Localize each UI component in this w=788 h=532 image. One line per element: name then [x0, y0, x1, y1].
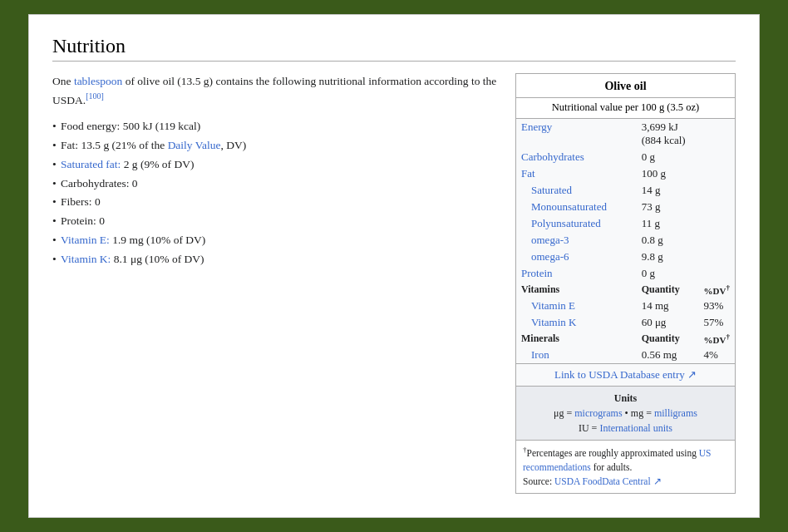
- table-row: Protein 0 g: [516, 265, 735, 282]
- infobox-table: Energy 3,699 kJ (884 kcal) Carbohydrates…: [516, 119, 735, 363]
- item-label: Fibers:: [61, 195, 92, 208]
- table-row: Vitamins Quantity %DV†: [516, 282, 735, 298]
- content-row: One tablespoon of olive oil (13.5 g) con…: [52, 73, 736, 495]
- us-recommendations-link[interactable]: US recommendations: [523, 448, 711, 472]
- item-value: 13.5 g (21% of the: [81, 139, 167, 151]
- list-item: Vitamin K: 8.1 μg (10% of DV): [52, 250, 499, 269]
- vitamin-k-link[interactable]: Vitamin K:: [61, 253, 111, 265]
- daily-value-link[interactable]: Daily Value: [168, 139, 221, 151]
- row-label: omega-6: [516, 249, 637, 265]
- nutrition-list: Food energy: 500 kJ (119 kcal) Fat: 13.5…: [52, 117, 499, 270]
- iu-link[interactable]: International units: [599, 422, 672, 434]
- micrograms-link[interactable]: micrograms: [574, 407, 622, 419]
- row-col3: %DV†: [699, 282, 735, 298]
- item-value: 1.9 mg (10% of DV): [112, 234, 205, 246]
- row-value: 14 g: [637, 182, 699, 199]
- row-label: Energy: [516, 119, 637, 149]
- left-column: One tablespoon of olive oil (13.5 g) con…: [52, 73, 499, 495]
- item-value: 2 g (9% of DV): [124, 158, 195, 170]
- row-dv: 57%: [699, 314, 735, 331]
- intro-ref: [100]: [86, 91, 104, 101]
- item-label: Food energy:: [61, 120, 120, 132]
- row-value: 14 mg: [637, 298, 699, 314]
- footnote-section: †Percentages are roughly approximated us…: [516, 440, 735, 494]
- intro-prefix: One: [52, 75, 71, 87]
- row-dv: 93%: [699, 298, 735, 314]
- list-item: Vitamin E: 1.9 mg (10% of DV): [52, 231, 499, 250]
- table-row: Polyunsaturated 11 g: [516, 215, 735, 232]
- table-row: Vitamin K 60 μg 57%: [516, 314, 735, 331]
- iu-text: IU = International units: [579, 422, 672, 434]
- units-text: μg = micrograms • mg = milligrams: [554, 407, 697, 419]
- row-value: 100 g: [637, 165, 699, 182]
- row-value: 60 μg: [637, 314, 699, 331]
- item-value: 500 kJ (119 kcal): [123, 120, 201, 132]
- item-value: 0: [132, 177, 138, 190]
- item-label: Protein:: [61, 214, 96, 227]
- row-label: Iron: [516, 347, 637, 363]
- item-value-cont: , DV): [221, 139, 247, 151]
- row-label: omega-3: [516, 232, 637, 249]
- wiki-card: Nutrition One tablespoon of olive oil (1…: [28, 14, 760, 519]
- tablespoon-link[interactable]: tablespoon: [74, 75, 123, 87]
- table-row: Monounsaturated 73 g: [516, 199, 735, 215]
- row-value: 0.8 g: [637, 232, 699, 249]
- list-item: Fibers: 0: [52, 193, 499, 212]
- table-row: Saturated 14 g: [516, 182, 735, 199]
- intro-paragraph: One tablespoon of olive oil (13.5 g) con…: [52, 73, 499, 109]
- saturated-fat-link[interactable]: Saturated fat:: [61, 158, 121, 170]
- footnote-text: Percentages are roughly approximated usi…: [523, 448, 711, 472]
- row-value: 11 g: [637, 215, 699, 232]
- list-item: Fat: 13.5 g (21% of the Daily Value, DV): [52, 136, 499, 155]
- infobox: Olive oil Nutritional value per 100 g (3…: [515, 73, 736, 495]
- row-label: Vitamin K: [516, 314, 637, 331]
- units-title: Units: [614, 392, 637, 404]
- row-label: Minerals: [516, 331, 637, 347]
- item-value: 8.1 μg (10% of DV): [114, 253, 204, 265]
- table-row: Minerals Quantity %DV†: [516, 331, 735, 347]
- row-col2: Quantity: [637, 331, 699, 347]
- row-value: 0.56 mg: [637, 347, 699, 363]
- infobox-title: Olive oil: [516, 74, 735, 98]
- item-label: Carbohydrates:: [61, 177, 129, 190]
- page-title: Nutrition: [52, 35, 736, 62]
- row-dv: 4%: [699, 347, 735, 363]
- row-label: Vitamin E: [516, 298, 637, 314]
- row-label: Saturated: [516, 182, 637, 199]
- table-row: omega-3 0.8 g: [516, 232, 735, 249]
- table-row: omega-6 9.8 g: [516, 249, 735, 265]
- list-item: Food energy: 500 kJ (119 kcal): [52, 117, 499, 136]
- infobox-subtitle: Nutritional value per 100 g (3.5 oz): [516, 98, 735, 119]
- row-value: 0 g: [637, 265, 699, 282]
- row-value: 73 g: [637, 199, 699, 215]
- item-value: 0: [95, 195, 101, 208]
- row-col2: Quantity: [637, 282, 699, 298]
- list-item: Carbohydrates: 0: [52, 175, 499, 194]
- row-label: Monounsaturated: [516, 199, 637, 215]
- source-text: Source: USDA FoodData Central ↗: [523, 476, 662, 486]
- item-value: 0: [99, 214, 105, 227]
- row-label: Vitamins: [516, 282, 637, 298]
- milligrams-link[interactable]: milligrams: [654, 407, 697, 419]
- row-value: 3,699 kJ (884 kcal): [637, 119, 699, 149]
- table-row: Carbohydrates 0 g: [516, 149, 735, 165]
- vitamin-e-link[interactable]: Vitamin E:: [61, 234, 110, 246]
- usda-link[interactable]: Link to USDA Database entry ↗: [554, 368, 697, 381]
- usda-fooddata-link[interactable]: USDA FoodData Central ↗: [554, 476, 662, 486]
- table-row: Iron 0.56 mg 4%: [516, 347, 735, 363]
- usda-link-row: Link to USDA Database entry ↗: [516, 363, 735, 386]
- row-value: 0 g: [637, 149, 699, 165]
- list-item: Saturated fat: 2 g (9% of DV): [52, 155, 499, 175]
- table-row: Fat 100 g: [516, 165, 735, 182]
- units-section: Units μg = micrograms • mg = milligrams …: [516, 386, 735, 440]
- row-label: Carbohydrates: [516, 149, 637, 165]
- list-item: Protein: 0: [52, 212, 499, 231]
- row-label: Polyunsaturated: [516, 215, 637, 232]
- row-col3: %DV†: [699, 331, 735, 347]
- row-label: Protein: [516, 265, 637, 282]
- table-row: Energy 3,699 kJ (884 kcal): [516, 119, 735, 149]
- row-label: Fat: [516, 165, 637, 182]
- item-label: Fat:: [61, 139, 78, 151]
- table-row: Vitamin E 14 mg 93%: [516, 298, 735, 314]
- row-value: 9.8 g: [637, 249, 699, 265]
